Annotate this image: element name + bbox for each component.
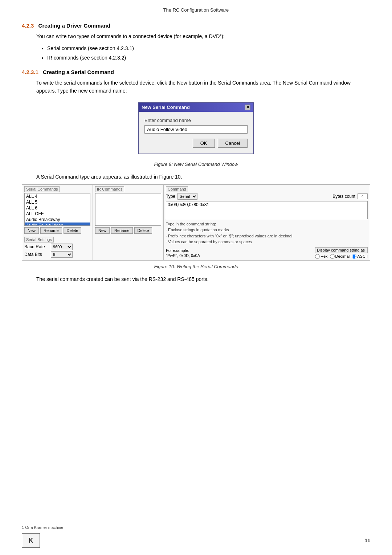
list-item[interactable]: Audio Breakaway	[25, 217, 90, 223]
footnote: 1 Or a Kramer machine	[22, 525, 370, 530]
hint-line-0: Type in the command string:	[166, 221, 368, 227]
data-bits-select[interactable]: 8 7 6 5	[51, 251, 73, 258]
dialog-body: Enter command name OK Cancel	[139, 112, 253, 154]
section-4231-number: 4.2.3.1	[22, 69, 38, 75]
section-423-heading: 4.2.3 Creating a Driver Command	[22, 23, 370, 29]
dialog-titlebar: New Serial Command ✕	[139, 103, 253, 112]
section-4231-title: Creating a Serial Command	[43, 69, 114, 75]
list-item[interactable]: ALL 5	[25, 199, 90, 205]
header-title: The RC Configuration Software	[163, 7, 229, 13]
figure9-caption: Figure 9: New Serial Command Window	[22, 162, 370, 167]
baud-rate-label: Baud Rate	[24, 244, 48, 249]
bullet-item: Serial commands (see section 4.2.3.1)	[47, 44, 370, 53]
baud-rate-row: Baud Rate 9600 19200 38400 115200	[24, 244, 90, 250]
page-header: The RC Configuration Software	[22, 7, 370, 15]
dialog-wrapper: New Serial Command ✕ Enter command name …	[22, 102, 370, 154]
command-string-value: 0x09,0x80,0x80,0x81	[168, 202, 209, 207]
serial-settings-container: Serial Settings Baud Rate 9600 19200 384…	[24, 237, 90, 258]
dialog-ok-button[interactable]: OK	[193, 139, 215, 148]
footer-logo-row: K 11	[22, 533, 370, 548]
section-4231-body: To write the serial commands for the sel…	[36, 79, 370, 95]
dialog-field-label: Enter command name	[144, 118, 248, 123]
section-423-number: 4.2.3	[22, 23, 34, 29]
decimal-radio[interactable]	[330, 254, 335, 259]
list-item-selected[interactable]: Audio Follow Video	[25, 223, 90, 226]
page-number: 11	[364, 538, 370, 543]
ir-new-button[interactable]: New	[95, 227, 110, 234]
bytes-count-label: Bytes count	[332, 194, 355, 199]
serial-new-button[interactable]: New	[24, 227, 39, 234]
decimal-radio-label[interactable]: Decimal	[330, 254, 350, 259]
dialog-title: New Serial Command	[142, 105, 190, 110]
command-name-input[interactable]	[144, 125, 248, 134]
ascii-radio-label[interactable]: ASCII	[352, 254, 368, 259]
data-bits-row: Data Bits 8 7 6 5	[24, 251, 90, 258]
serial-settings-label: Serial Settings	[24, 237, 54, 242]
baud-rate-select[interactable]: 9600 19200 38400 115200	[51, 244, 73, 250]
serial-delete-button[interactable]: Delete	[64, 227, 82, 234]
list-item[interactable]: ALL OFF	[25, 211, 90, 217]
list-item[interactable]: ALL 6	[25, 205, 90, 211]
command-string-box: 0x09,0x80,0x80,0x81	[166, 201, 368, 219]
display-radio-group: Hex Decimal ASCII	[315, 254, 368, 259]
dialog-buttons: OK Cancel	[144, 139, 248, 149]
example-label: For example:	[166, 248, 200, 253]
serial-rename-button[interactable]: Rename	[40, 227, 62, 234]
command-type-row: Type Serial IR Bytes count	[166, 193, 368, 200]
ir-delete-button[interactable]: Delete	[134, 227, 152, 234]
ir-commands-list[interactable]	[95, 193, 161, 226]
example-value: "PwR", 0x0D, 0x0A	[166, 253, 200, 258]
serial-commands-label: Serial Commands	[24, 186, 60, 192]
display-row: For example: "PwR", 0x0D, 0x0A Display c…	[166, 247, 368, 259]
section-423-title: Creating a Driver Command	[38, 23, 110, 29]
command-group-label: Command	[166, 186, 188, 192]
kramer-logo: K	[22, 533, 40, 548]
dialog-cancel-button[interactable]: Cancel	[218, 139, 248, 148]
figure9-intro: A Serial Command type area appears, as i…	[36, 173, 370, 181]
panel-top: Serial Commands ALL 4 ALL 5 ALL 6 ALL OF…	[22, 185, 370, 261]
page-footer: 1 Or a Kramer machine K 11	[0, 523, 392, 548]
data-bits-label: Data Bits	[24, 252, 48, 257]
list-item[interactable]: ALL 4	[25, 193, 90, 199]
display-command-label: Display command string as	[315, 247, 368, 253]
ir-commands-buttons: New Rename Delete	[95, 227, 161, 234]
bullet-item: IR commands (see section 4.2.3.2)	[47, 53, 370, 62]
bytes-count-input[interactable]	[358, 193, 368, 199]
ir-commands-label: IR Commands	[95, 186, 124, 192]
hex-radio[interactable]	[315, 254, 320, 259]
section-423-bullets: Serial commands (see section 4.2.3.1) IR…	[47, 44, 370, 62]
serial-commands-list[interactable]: ALL 4 ALL 5 ALL 6 ALL OFF Audio Breakawa…	[24, 193, 90, 226]
section-4231-heading: 4.2.3.1 Creating a Serial Command	[22, 69, 370, 75]
figure10-caption: Figure 10: Writing the Serial Commands	[22, 264, 370, 269]
dialog-close-button[interactable]: ✕	[245, 105, 250, 110]
command-section: Command Type Serial IR Bytes count 0x09,…	[164, 185, 370, 260]
footer-divider	[22, 523, 370, 523]
serial-commands-buttons: New Rename Delete	[24, 227, 90, 234]
type-label: Type	[166, 194, 175, 199]
ir-rename-button[interactable]: Rename	[111, 227, 133, 234]
hint-line-2: · Prefix hex characters with "0x" or "$"…	[166, 233, 368, 239]
ir-commands-section: IR Commands New Rename Delete	[93, 185, 164, 260]
type-select[interactable]: Serial IR	[177, 193, 197, 200]
commands-panel: Serial Commands ALL 4 ALL 5 ALL 6 ALL OF…	[22, 184, 370, 261]
hint-text: Type in the command string: · Enclose st…	[166, 221, 368, 245]
hint-line-3: · Values can be separated by commas or s…	[166, 239, 368, 245]
hint-line-1: · Enclose strings in quotation marks	[166, 227, 368, 233]
ascii-radio[interactable]	[352, 254, 356, 259]
new-serial-command-dialog: New Serial Command ✕ Enter command name …	[138, 102, 254, 154]
section-423-body: You can write two types of commands to a…	[36, 32, 370, 40]
hex-radio-label[interactable]: Hex	[315, 254, 328, 259]
conclusion-text: The serial commands created can be sent …	[36, 275, 370, 283]
serial-commands-section: Serial Commands ALL 4 ALL 5 ALL 6 ALL OF…	[22, 185, 93, 260]
